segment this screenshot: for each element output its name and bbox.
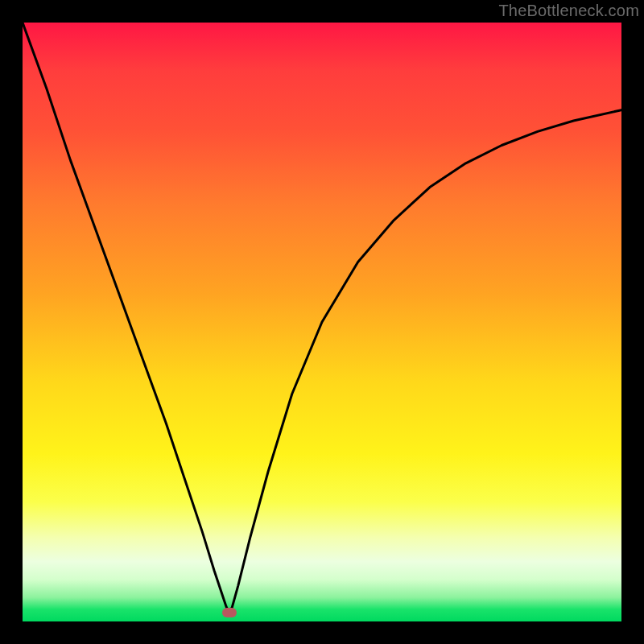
watermark-text: TheBottleneck.com: [498, 2, 639, 20]
bottleneck-curve: [23, 23, 621, 613]
curve-layer: [23, 23, 621, 621]
minimum-marker: [222, 608, 237, 617]
plot-area: [23, 23, 621, 621]
chart-frame: TheBottleneck.com: [0, 0, 644, 644]
